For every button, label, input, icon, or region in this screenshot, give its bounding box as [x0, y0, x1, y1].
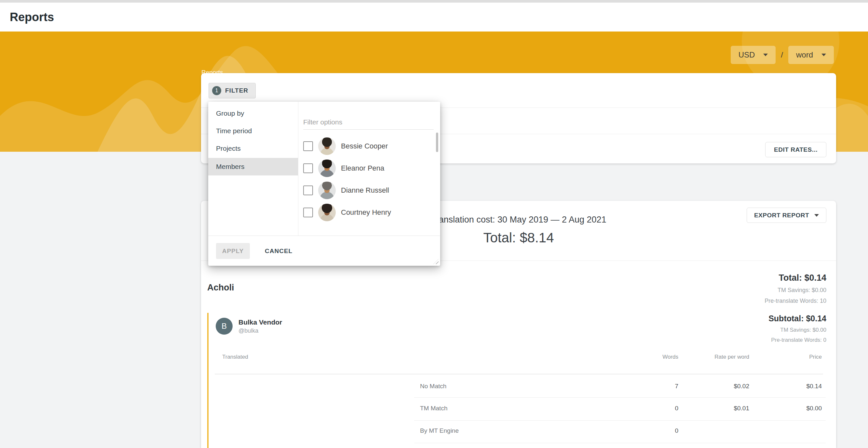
row-rate: $0.01 — [734, 405, 749, 412]
table-header-divider — [215, 374, 823, 375]
vendor-handle: @bulka — [239, 328, 258, 334]
vendor-name: Bulka Vendor — [239, 318, 282, 326]
chevron-down-icon — [822, 54, 826, 56]
edit-rates-button[interactable]: EDIT RATES... — [765, 142, 826, 157]
language-tm-savings: TM Savings: $0.00 — [765, 287, 826, 294]
checkbox-icon[interactable] — [303, 163, 313, 173]
cancel-button[interactable]: CANCEL — [260, 243, 297, 259]
checkbox-icon[interactable] — [303, 208, 313, 217]
resize-handle-icon[interactable] — [433, 259, 439, 264]
column-header-words: Words — [662, 354, 678, 360]
unit-controls: USD / word — [731, 46, 834, 64]
vendor-subtotal: Subtotal: $0.14 — [769, 314, 826, 323]
language-heading: Acholi — [207, 283, 234, 293]
avatar — [318, 204, 336, 221]
avatar — [318, 160, 336, 177]
vendor-tm-savings: TM Savings: $0.00 — [769, 327, 826, 333]
scrollbar-thumb[interactable] — [436, 133, 438, 152]
row-rate: $0.02 — [734, 383, 749, 390]
checkbox-icon[interactable] — [303, 141, 313, 151]
currency-dropdown[interactable]: USD — [731, 46, 776, 64]
unit-value: word — [796, 50, 813, 60]
chevron-down-icon — [763, 54, 768, 56]
row-label: By MT Engine — [420, 427, 459, 434]
divider — [208, 236, 440, 236]
export-report-label: EXPORT REPORT — [754, 212, 809, 219]
vendor-summary: Subtotal: $0.14 TM Savings: $0.00 Pre-tr… — [769, 314, 826, 343]
reports-page: Reports Reports ← Translation cost USD /… — [0, 0, 868, 448]
export-report-button[interactable]: EXPORT REPORT — [747, 208, 826, 223]
filter-category-projects[interactable]: Projects — [208, 140, 298, 157]
member-name: Bessie Cooper — [341, 142, 388, 150]
row-words: 0 — [675, 405, 678, 412]
column-header-translated: Translated — [222, 354, 248, 360]
language-summary: Total: $0.14 TM Savings: $0.00 Pre-trans… — [765, 273, 826, 304]
avatar — [318, 137, 336, 155]
app-header: Reports — [0, 3, 868, 32]
member-name: Courtney Henry — [341, 208, 391, 217]
row-words: 7 — [675, 383, 678, 390]
member-name: Eleanor Pena — [341, 164, 384, 173]
filter-button-label: FILTER — [225, 87, 248, 94]
unit-separator: / — [781, 50, 783, 60]
member-option[interactable]: Dianne Russell — [303, 179, 434, 201]
row-price: $0.00 — [806, 405, 822, 412]
filter-button[interactable]: 1 FILTER — [209, 83, 256, 98]
language-pretranslate-words: Pre-translate Words: 10 — [765, 298, 826, 304]
row-price: $0.14 — [806, 383, 822, 390]
divider — [298, 102, 298, 236]
filter-category-time-period[interactable]: Time period — [208, 122, 298, 140]
checkbox-icon[interactable] — [303, 185, 313, 195]
member-option[interactable]: Bessie Cooper — [303, 135, 434, 157]
column-header-rate: Rate per word — [714, 354, 749, 360]
divider — [414, 420, 826, 421]
member-option[interactable]: Eleanor Pena — [303, 157, 434, 179]
page-title: Reports — [10, 10, 54, 24]
divider — [414, 443, 826, 443]
vendor-avatar: B — [216, 318, 232, 335]
vendor-pretranslate-words: Pre-translate Words: 0 — [769, 337, 826, 343]
language-accent-border — [207, 313, 209, 448]
member-name: Dianne Russell — [341, 186, 389, 195]
avatar — [318, 182, 336, 199]
filter-count-badge: 1 — [212, 86, 221, 95]
row-words: 0 — [675, 427, 678, 434]
divider — [414, 397, 826, 398]
filter-category-members[interactable]: Members — [208, 158, 298, 175]
filter-panel: Group by Time period Projects Members Be… — [208, 102, 440, 266]
column-header-price: Price — [809, 354, 822, 360]
top-strip — [0, 0, 868, 3]
filter-category-group-by[interactable]: Group by — [208, 105, 298, 122]
apply-button[interactable]: APPLY — [216, 243, 250, 259]
chevron-down-icon — [814, 214, 819, 217]
member-option[interactable]: Courtney Henry — [303, 201, 434, 223]
currency-value: USD — [739, 50, 755, 60]
language-total: Total: $0.14 — [765, 273, 826, 283]
row-label: TM Match — [420, 405, 447, 412]
unit-dropdown[interactable]: word — [788, 46, 834, 64]
filter-options-input[interactable] — [303, 115, 434, 130]
row-label: No Match — [420, 383, 446, 390]
